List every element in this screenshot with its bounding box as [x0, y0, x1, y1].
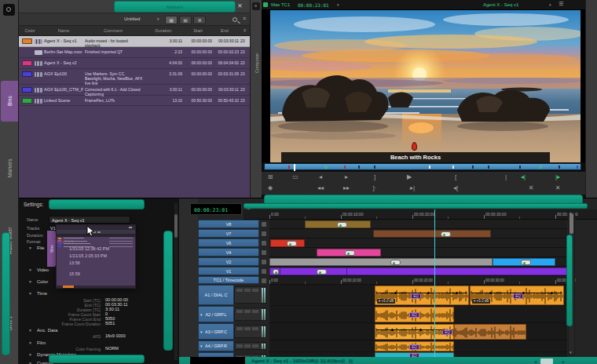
overwrite-button[interactable]: ▭	[288, 173, 302, 181]
mini-button[interactable]	[252, 310, 258, 313]
section-film[interactable]: ▼Film	[28, 340, 46, 345]
go-to-mark-out-button[interactable]: ]·	[368, 184, 382, 192]
mini-button[interactable]	[244, 289, 251, 292]
track-header-v4[interactable]: V4	[198, 248, 259, 257]
eq-effect-badge[interactable]: EQ	[409, 312, 419, 318]
section-time[interactable]: ▼Time	[28, 291, 47, 296]
hscroll-left-arrow[interactable]: ◂	[534, 359, 537, 364]
mini-button[interactable]	[244, 310, 251, 313]
track-monitor-button[interactable]	[261, 240, 267, 246]
track-monitor-button[interactable]	[261, 249, 267, 256]
track-lane-v6[interactable]	[269, 238, 567, 248]
search-icon[interactable]	[233, 17, 237, 22]
hscroll-right-arrow[interactable]: ▸	[562, 359, 565, 364]
audio-clip[interactable]: EQ▾ +5.0 dB	[375, 286, 469, 305]
rail-tab-bins[interactable]: Bins	[1, 81, 18, 122]
mini-button[interactable]	[252, 289, 258, 292]
track-header-a3-grp-c[interactable]: A3 / GRP.C▾	[198, 323, 234, 340]
bin-list-view-button[interactable]: ▦	[165, 16, 178, 24]
mini-button[interactable]	[236, 327, 243, 330]
bin-row-agx-ep100-ctm-final-6-1[interactable]: AGX Ep100_CTM_Final_6.1Corrected with 6.…	[19, 85, 250, 96]
mini-button[interactable]	[236, 289, 243, 292]
mini-button[interactable]	[236, 344, 243, 348]
column-header[interactable]: Color	[19, 28, 41, 33]
timecode-track-label[interactable]: Mas TC1	[271, 2, 290, 7]
mini-button[interactable]	[244, 344, 251, 348]
section-anc-data[interactable]: ▼Anc. Data	[28, 328, 57, 333]
section-file[interactable]: ▼File	[28, 246, 45, 250]
hscroll-thumb[interactable]	[540, 359, 553, 364]
track-header-a4-grp-r[interactable]: A4 / GRP.R▾	[198, 340, 234, 351]
bin-row-agx-ep100[interactable]: AGX Ep100Use Markers- Sym CC, Baselight,…	[19, 69, 250, 85]
composer-timecode[interactable]: 00:00:23:01	[298, 2, 329, 8]
audio-clip[interactable]: EQ	[375, 307, 454, 322]
rewind-button[interactable]: ◂◂	[313, 184, 328, 192]
audio-track-controls[interactable]	[234, 308, 267, 321]
video-clip[interactable]	[269, 258, 493, 266]
fast-forward-button[interactable]: ▸▸	[339, 184, 353, 192]
gutter-knob[interactable]	[252, 2, 260, 10]
bin-frame-view-button[interactable]: ▤	[179, 16, 192, 24]
column-header[interactable]: Start	[184, 28, 212, 33]
chevron-down-icon[interactable]: ▾	[337, 2, 339, 7]
composer-position-bar[interactable]	[264, 163, 581, 170]
mini-button[interactable]	[236, 310, 243, 313]
bin-row-linked-scene[interactable]: Linked SceneFrameFlex, LUTs13:1000:50:30…	[19, 96, 250, 106]
chevron-down-icon[interactable]: ▾	[549, 2, 551, 7]
track-lane-tc1-timecode[interactable]: 0:0000:00:10:0000:00:20:0000:00:30:0000:…	[269, 276, 567, 285]
bin-view-dropdown[interactable]: Untitled	[124, 16, 140, 21]
match-frame-button[interactable]: ✕	[524, 184, 538, 192]
close-icon[interactable]: ✕	[237, 2, 243, 9]
track-header-a1-dial-c[interactable]: A1 / DIAL C	[198, 285, 234, 305]
section-video[interactable]: ▼Video	[28, 268, 49, 272]
track-monitor-button[interactable]	[261, 259, 267, 265]
add-edit-button[interactable]: |	[499, 173, 513, 181]
play-button[interactable]: ▶	[402, 173, 416, 181]
eq-effect-badge[interactable]: EQ	[513, 293, 523, 299]
mini-button[interactable]	[252, 327, 258, 330]
video-clip[interactable]	[305, 220, 371, 228]
monitor-menu-icon[interactable]: ☰	[559, 1, 563, 7]
rail-home-icon[interactable]	[3, 4, 15, 16]
eq-effect-badge[interactable]: EQ	[411, 293, 421, 299]
rail-tab-markers[interactable]: Markers	[1, 147, 18, 190]
track-expander-icon[interactable]: ▾	[200, 329, 203, 334]
track-expander-icon[interactable]: ▾	[200, 344, 203, 348]
bin-row-agent-x-seq-v1[interactable]: Agent X - Seq v1Audio muted - for looped…	[19, 36, 250, 47]
column-header[interactable]: Duration	[145, 28, 182, 33]
audio-clip[interactable]	[454, 324, 526, 340]
splice-in-button[interactable]: ⊞	[263, 173, 277, 181]
audio-track-controls[interactable]	[234, 325, 267, 338]
section-color[interactable]: ▼Color	[28, 279, 48, 284]
track-header-v7[interactable]: V7	[198, 229, 259, 238]
track-monitor-button[interactable]	[261, 221, 267, 228]
bin-script-view-button[interactable]: ≣	[193, 16, 206, 24]
go-to-mark-in-button[interactable]: ◂[	[449, 184, 463, 192]
video-clip[interactable]	[270, 239, 305, 247]
mark-out-button[interactable]: ]	[368, 173, 382, 181]
audio-track-controls[interactable]	[234, 342, 267, 350]
bin-menu-icon[interactable]: ≡	[243, 16, 246, 21]
mini-button[interactable]	[252, 344, 258, 348]
track-header-a2-grp-l[interactable]: A2 / GRP.L▾	[198, 306, 234, 322]
column-header[interactable]: Name	[44, 28, 83, 33]
video-clip[interactable]	[269, 268, 567, 275]
status-timecode-box[interactable]	[190, 357, 245, 364]
loaded-sequence-name[interactable]: Agent X - Seq v1	[483, 2, 518, 7]
column-header[interactable]: End	[211, 28, 239, 33]
inspector-scrollbar[interactable]	[174, 203, 178, 360]
trim-a-side-button[interactable]: ◂|	[516, 173, 530, 181]
bin-row-berlin-sat-map-mov[interactable]: Berlin-Sat-Map.movFinished imported QT2:…	[19, 47, 250, 58]
mark-in-button[interactable]: [	[449, 173, 463, 181]
track-header-v6[interactable]: V6	[198, 238, 259, 247]
trim-b-side-button[interactable]: |▸	[551, 173, 565, 181]
eq-effect-badge[interactable]: EQ	[442, 329, 452, 335]
track-monitor-button[interactable]	[261, 268, 267, 275]
column-header[interactable]: F	[240, 28, 250, 33]
reverse-match-frame-button[interactable]: ✕	[551, 184, 565, 192]
video-clip[interactable]	[317, 249, 381, 257]
video-clip[interactable]	[373, 230, 491, 238]
timeline-timecode-box[interactable]: 00:00:23:01	[190, 203, 242, 215]
motion-effect-button[interactable]: ◈	[263, 184, 277, 192]
track-lane-v4[interactable]	[269, 248, 567, 257]
